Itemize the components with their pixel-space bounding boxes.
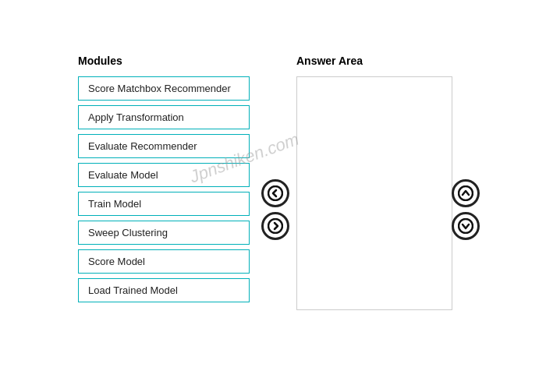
module-item-evaluate-model[interactable]: Evaluate Model [78, 163, 250, 187]
move-up-button[interactable] [452, 179, 480, 207]
modules-panel: Modules Score Matchbox Recommender Apply… [78, 55, 250, 310]
module-item-evaluate-recommender[interactable]: Evaluate Recommender [78, 134, 250, 158]
svg-point-0 [268, 186, 282, 200]
move-left-button[interactable] [261, 179, 289, 207]
svg-point-2 [459, 186, 473, 200]
module-item-sweep-clustering[interactable]: Sweep Clustering [78, 221, 250, 245]
modules-header: Modules [78, 55, 250, 67]
module-item-score-model[interactable]: Score Model [78, 249, 250, 274]
move-right-button[interactable] [261, 212, 289, 240]
down-arrow-icon [458, 218, 473, 234]
answer-drop-area[interactable] [296, 76, 452, 310]
right-arrow-controls [452, 179, 480, 240]
module-item-apply-transformation[interactable]: Apply Transformation [78, 105, 250, 129]
module-item-load-trained-model[interactable]: Load Trained Model [78, 278, 250, 302]
right-arrow-icon [268, 218, 283, 234]
up-arrow-icon [458, 185, 473, 201]
left-arrow-controls [261, 179, 289, 240]
svg-point-3 [459, 219, 473, 233]
answer-panel: Answer Area [296, 55, 452, 310]
svg-point-1 [268, 219, 282, 233]
left-arrow-icon [268, 185, 283, 201]
answer-header: Answer Area [296, 55, 452, 67]
module-item-score-matchbox[interactable]: Score Matchbox Recommender [78, 76, 250, 101]
module-item-train-model[interactable]: Train Model [78, 192, 250, 216]
move-down-button[interactable] [452, 212, 480, 240]
